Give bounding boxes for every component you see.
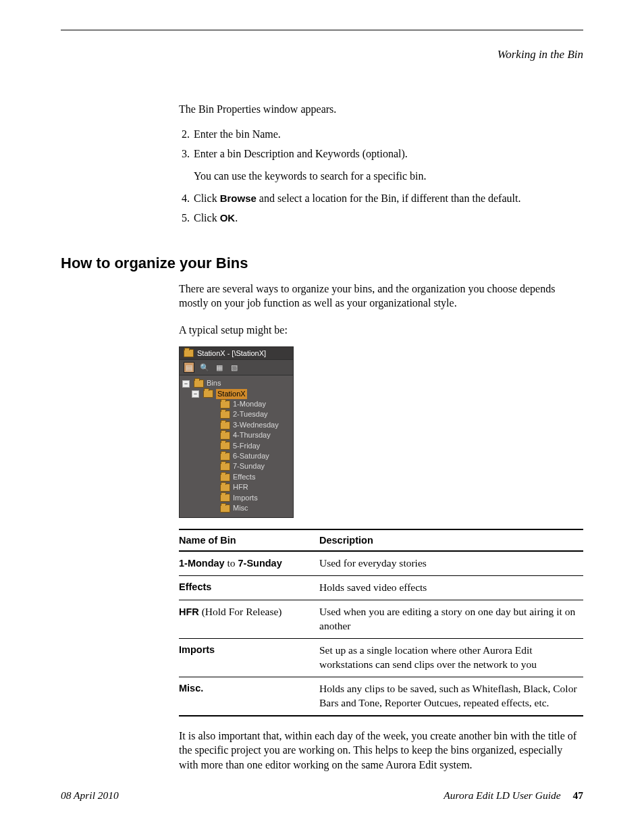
tree-station[interactable]: − StationX (182, 389, 290, 399)
folder-icon (203, 390, 213, 398)
step-pre: Click (194, 192, 220, 204)
table-row: HFR (Hold For Release) Used when you are… (179, 600, 583, 639)
tree-label: Misc (233, 503, 248, 513)
folder-icon (220, 421, 230, 429)
tree-title-text: StationX - [\StationX] (197, 349, 266, 357)
folder-icon (220, 442, 230, 450)
tree-label: 6-Saturday (233, 451, 269, 461)
collapse-icon[interactable]: − (182, 380, 190, 388)
bin-name: HFR (179, 606, 199, 617)
tree-label: 5-Friday (233, 441, 260, 451)
folder-icon (220, 411, 230, 419)
bin-desc: Used when you are editing a story on one… (319, 600, 583, 639)
tree-label: HFR (233, 482, 248, 492)
bin-name-mid: to (225, 557, 238, 569)
tree-item[interactable]: Imports (182, 493, 290, 503)
tree-item[interactable]: Effects (182, 472, 290, 482)
closing-paragraph: It is also important that, within each d… (179, 729, 583, 773)
section-heading: How to organize your Bins (61, 255, 583, 272)
tree-item[interactable]: HFR (182, 482, 290, 492)
step-bold: Browse (220, 192, 257, 204)
bin-name-paren: (Hold For Release) (199, 606, 282, 617)
top-rule (61, 30, 583, 30)
tree-label: 4-Thursday (233, 430, 271, 440)
table-row: 1-Monday to 7-Sunday Used for everyday s… (179, 551, 583, 575)
bin-desc: Holds saved video effects (319, 576, 583, 600)
toolbar-button-3[interactable]: ▦ (215, 363, 224, 372)
tree-item[interactable]: 5-Friday (182, 441, 290, 451)
tree-body: − Bins − StationX 1-Monday 2-Tuesday 3-W… (180, 375, 293, 517)
step-text: Enter the bin Name. (194, 128, 281, 140)
running-head: Working in the Bin (61, 48, 583, 61)
toolbar-button-1[interactable]: ▤ (184, 362, 194, 373)
intro-paragraph: The Bin Properties window appears. (179, 102, 583, 117)
folder-icon (220, 432, 230, 440)
step-3: Enter a bin Description and Keywords (op… (192, 146, 583, 184)
tree-titlebar: StationX - [\StationX] (180, 347, 293, 359)
tree-item[interactable]: 4-Thursday (182, 430, 290, 440)
bin-name: Effects (179, 581, 211, 592)
search-icon[interactable]: 🔍 (200, 363, 209, 372)
step-list: Enter the bin Name. Enter a bin Descript… (175, 126, 583, 226)
tree-item[interactable]: 7-Sunday (182, 461, 290, 471)
tree-root[interactable]: − Bins (182, 378, 290, 388)
folder-icon (220, 463, 230, 471)
section-paragraph-2: A typical setup might be: (179, 323, 583, 338)
step-post: . (235, 212, 238, 224)
step-5: Click OK. (192, 210, 583, 226)
folder-icon (220, 504, 230, 513)
bin-desc: Used for everyday stories (319, 551, 583, 575)
tree-item[interactable]: 2-Tuesday (182, 409, 290, 419)
folder-icon (220, 494, 230, 502)
folder-icon (220, 473, 230, 481)
section-paragraph-1: There are several ways to organize your … (179, 282, 583, 311)
tree-item[interactable]: 1-Monday (182, 399, 290, 409)
tree-label: 7-Sunday (233, 461, 265, 471)
folder-icon (184, 349, 194, 357)
step-bold: OK (220, 212, 236, 224)
collapse-icon[interactable]: − (192, 390, 199, 398)
col-desc: Description (319, 529, 583, 551)
bin-table: Name of Bin Description 1-Monday to 7-Su… (179, 529, 583, 716)
toolbar-button-4[interactable]: ▧ (230, 363, 239, 372)
page-number: 47 (573, 789, 584, 801)
table-row: Imports Set up as a single location wher… (179, 639, 583, 677)
tree-label: StationX (216, 389, 247, 399)
table-row: Misc. Holds any clips to be saved, such … (179, 677, 583, 715)
bin-name: 7-Sunday (238, 558, 281, 569)
folder-icon (220, 400, 230, 409)
table-row: Effects Holds saved video effects (179, 576, 583, 600)
footer-date: 08 April 2010 (61, 789, 119, 802)
tree-item[interactable]: Misc (182, 503, 290, 513)
step-sub: You can use the keywords to search for a… (194, 168, 583, 184)
step-post: and select a location for the Bin, if di… (257, 192, 521, 204)
col-name: Name of Bin (179, 529, 319, 551)
tree-label: 1-Monday (233, 399, 266, 409)
bin-tree-panel: StationX - [\StationX] ▤ 🔍 ▦ ▧ − Bins − … (179, 346, 294, 518)
bin-desc: Set up as a single location where other … (319, 639, 583, 677)
bin-name: Misc. (179, 683, 203, 694)
footer-book: Aurora Edit LD User Guide (444, 789, 560, 801)
tree-item[interactable]: 3-Wednesday (182, 420, 290, 430)
step-4: Click Browse and select a location for t… (192, 190, 583, 206)
tree-label: 2-Tuesday (233, 409, 268, 419)
folder-icon (220, 452, 230, 461)
folder-icon (220, 484, 230, 492)
page-footer: 08 April 2010 Aurora Edit LD User Guide … (61, 789, 583, 802)
tree-item[interactable]: 6-Saturday (182, 451, 290, 461)
tree-label: Effects (233, 472, 255, 482)
bin-name: 1-Monday (179, 558, 225, 569)
tree-toolbar: ▤ 🔍 ▦ ▧ (180, 359, 293, 375)
step-text: Enter a bin Description and Keywords (op… (194, 148, 408, 159)
bin-desc: Holds any clips to be saved, such as Whi… (319, 677, 583, 715)
tree-label: 3-Wednesday (233, 420, 279, 430)
step-pre: Click (194, 212, 220, 224)
tree-label: Imports (233, 493, 258, 503)
tree-label: Bins (207, 378, 221, 388)
bin-name: Imports (179, 644, 215, 655)
folder-icon (194, 380, 204, 388)
step-2: Enter the bin Name. (192, 126, 583, 142)
